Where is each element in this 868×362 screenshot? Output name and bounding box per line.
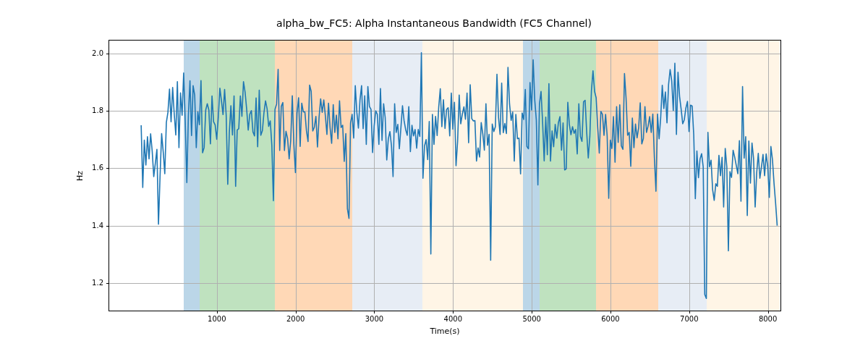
y-tick-label: 1.6	[75, 164, 109, 172]
x-tick-label: 1000	[203, 311, 231, 323]
y-tick-label: 1.8	[75, 107, 109, 114]
data-line	[109, 41, 780, 311]
axes: Time(s) Hz 10002000300040005000600070008…	[109, 40, 781, 311]
y-tick-label: 2.0	[75, 50, 109, 57]
y-axis-label: Hz	[75, 170, 85, 180]
x-tick-label: 4000	[438, 311, 467, 323]
x-tick-label: 5000	[517, 311, 546, 323]
chart-title: alpha_bw_FC5: Alpha Instantaneous Bandwi…	[0, 17, 868, 29]
x-axis-label: Time(s)	[109, 327, 780, 336]
series-line	[141, 53, 777, 298]
y-tick-label: 1.4	[75, 222, 109, 230]
y-tick-label: 1.2	[75, 279, 109, 287]
x-tick-label: 8000	[754, 311, 783, 323]
figure: alpha_bw_FC5: Alpha Instantaneous Bandwi…	[0, 0, 868, 362]
plot-area	[109, 41, 780, 311]
x-tick-label: 3000	[359, 311, 388, 323]
x-tick-label: 2000	[281, 311, 310, 323]
x-tick-label: 6000	[596, 311, 625, 323]
x-tick-label: 7000	[675, 311, 704, 323]
